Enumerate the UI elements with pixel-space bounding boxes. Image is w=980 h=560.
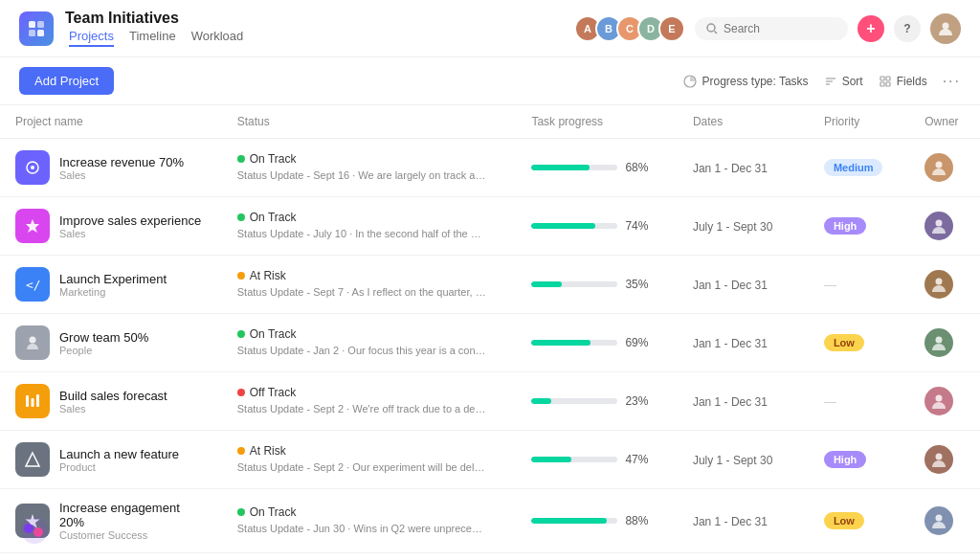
svg-rect-2 bbox=[29, 30, 35, 36]
dates-cell: Jan 1 - Dec 31 bbox=[693, 515, 768, 528]
svg-point-16 bbox=[31, 166, 34, 169]
project-cell: Grow team 50% People bbox=[15, 325, 207, 360]
project-dept: Sales bbox=[59, 403, 167, 414]
progress-cell: 47% bbox=[531, 453, 662, 466]
svg-rect-1 bbox=[37, 21, 44, 28]
status-label: On Track bbox=[237, 505, 501, 519]
fields-button[interactable]: Fields bbox=[879, 75, 927, 88]
progress-bar-bg bbox=[531, 398, 617, 404]
project-cell: Increase revenue 70% Sales bbox=[15, 150, 207, 185]
progress-pct: 69% bbox=[625, 336, 648, 349]
status-update: Status Update - Sept 16 · We are largely… bbox=[237, 168, 486, 183]
project-cell: </> Launch Experiment Marketing bbox=[15, 267, 207, 302]
nav-tab-workload[interactable]: Workload bbox=[191, 27, 244, 47]
status-update: Status Update - Jan 2 · Our focus this y… bbox=[237, 344, 486, 358]
project-dept: People bbox=[59, 345, 148, 356]
col-header-dates: Dates bbox=[678, 105, 809, 139]
owner-avatar bbox=[924, 328, 953, 357]
status-label: At Risk bbox=[237, 444, 501, 458]
priority-badge: High bbox=[824, 451, 866, 468]
table-row[interactable]: Grow team 50% People On Track Status Upd… bbox=[0, 314, 980, 372]
project-cell: Improve sales experience Sales bbox=[15, 209, 207, 243]
table-row[interactable]: Launch a new feature Product At Risk Sta… bbox=[0, 431, 980, 489]
svg-text:</>: </> bbox=[26, 278, 41, 292]
owner-avatar bbox=[924, 270, 953, 299]
progress-bar-fill bbox=[531, 223, 595, 229]
project-dept: Sales bbox=[59, 228, 201, 239]
app-container: Team Initiatives Projects Timeline Workl… bbox=[0, 0, 980, 560]
dates-cell: July 1 - Sept 30 bbox=[693, 454, 772, 467]
project-dept: Marketing bbox=[59, 286, 167, 298]
progress-pct: 68% bbox=[625, 161, 648, 174]
progress-bar-fill bbox=[531, 398, 551, 404]
nav-tab-projects[interactable]: Projects bbox=[69, 27, 114, 47]
svg-rect-13 bbox=[880, 82, 884, 86]
project-icon bbox=[15, 442, 50, 477]
status-update: Status Update - Jun 30 · Wins in Q2 were… bbox=[237, 522, 486, 536]
table-row[interactable]: Increase engagement 20% Customer Success… bbox=[0, 489, 980, 553]
svg-rect-25 bbox=[36, 394, 39, 407]
col-header-priority: Priority bbox=[809, 105, 909, 139]
svg-rect-14 bbox=[886, 82, 890, 86]
bottom-logo bbox=[19, 515, 50, 549]
status-label: Off Track bbox=[237, 386, 501, 399]
project-info: Improve sales experience Sales bbox=[59, 213, 201, 239]
project-icon bbox=[15, 150, 50, 185]
svg-rect-0 bbox=[29, 21, 35, 28]
progress-type-button[interactable]: Progress type: Tasks bbox=[683, 75, 808, 88]
svg-point-29 bbox=[936, 515, 943, 522]
table-row[interactable]: Improve sales experience Sales On Track … bbox=[0, 197, 980, 256]
sort-button[interactable]: Sort bbox=[824, 75, 863, 88]
svg-line-5 bbox=[715, 31, 718, 34]
project-name: Grow team 50% bbox=[59, 330, 148, 345]
table-row[interactable]: Increase revenue 70% Sales On Track Stat… bbox=[0, 139, 980, 197]
status-dot bbox=[237, 330, 245, 338]
status-label: On Track bbox=[237, 327, 501, 341]
progress-cell: 74% bbox=[531, 219, 662, 233]
project-dept: Sales bbox=[59, 169, 184, 181]
priority-dash: — bbox=[824, 394, 836, 409]
progress-cell: 35% bbox=[531, 278, 662, 291]
progress-bar-bg bbox=[531, 518, 617, 524]
team-avatars: A B C D E bbox=[574, 15, 685, 42]
table-row[interactable]: Build sales forecast Sales Off Track Sta… bbox=[0, 372, 980, 431]
svg-point-6 bbox=[943, 22, 949, 29]
add-project-button[interactable]: Add Project bbox=[19, 67, 114, 95]
help-button[interactable]: ? bbox=[894, 15, 921, 42]
progress-pct: 23% bbox=[625, 394, 648, 408]
progress-bar-fill bbox=[531, 457, 571, 462]
svg-point-20 bbox=[936, 279, 943, 285]
progress-bar-fill bbox=[531, 281, 562, 287]
project-name: Launch a new feature bbox=[59, 447, 179, 461]
dates-cell: Jan 1 - Dec 31 bbox=[693, 162, 768, 175]
svg-rect-3 bbox=[37, 30, 44, 36]
progress-bar-bg bbox=[531, 457, 617, 462]
header: Team Initiatives Projects Timeline Workl… bbox=[0, 0, 980, 57]
toolbar-right: Progress type: Tasks Sort Fields bbox=[683, 73, 961, 90]
project-name: Launch Experiment bbox=[59, 272, 167, 286]
priority-dash: — bbox=[824, 278, 836, 292]
user-avatar[interactable] bbox=[930, 13, 961, 44]
status-dot bbox=[237, 213, 245, 221]
svg-point-17 bbox=[936, 162, 943, 168]
status-update: Status Update - Sept 7 · As I reflect on… bbox=[237, 285, 486, 300]
more-options-button[interactable]: ··· bbox=[943, 73, 961, 90]
owner-avatar bbox=[924, 506, 953, 535]
status-update: Status Update - Sept 2 · We're off track… bbox=[237, 402, 486, 416]
search-input[interactable] bbox=[724, 22, 819, 35]
project-icon bbox=[15, 325, 50, 360]
nav-tab-timeline[interactable]: Timeline bbox=[129, 27, 176, 47]
project-name: Increase engagement 20% bbox=[59, 501, 207, 529]
project-name: Improve sales experience bbox=[59, 213, 201, 228]
project-cell: Launch a new feature Product bbox=[15, 442, 207, 477]
status-update: Status Update - Sept 2 · Our experiment … bbox=[237, 460, 486, 475]
status-dot bbox=[237, 447, 245, 455]
svg-point-27 bbox=[936, 454, 943, 460]
svg-point-4 bbox=[707, 24, 715, 32]
priority-badge: High bbox=[824, 217, 866, 235]
avatar: E bbox=[658, 15, 685, 42]
table-row[interactable]: </> Launch Experiment Marketing At Risk … bbox=[0, 256, 980, 314]
progress-bar-bg bbox=[531, 165, 617, 170]
svg-point-21 bbox=[30, 337, 36, 344]
add-button[interactable]: + bbox=[858, 15, 884, 42]
